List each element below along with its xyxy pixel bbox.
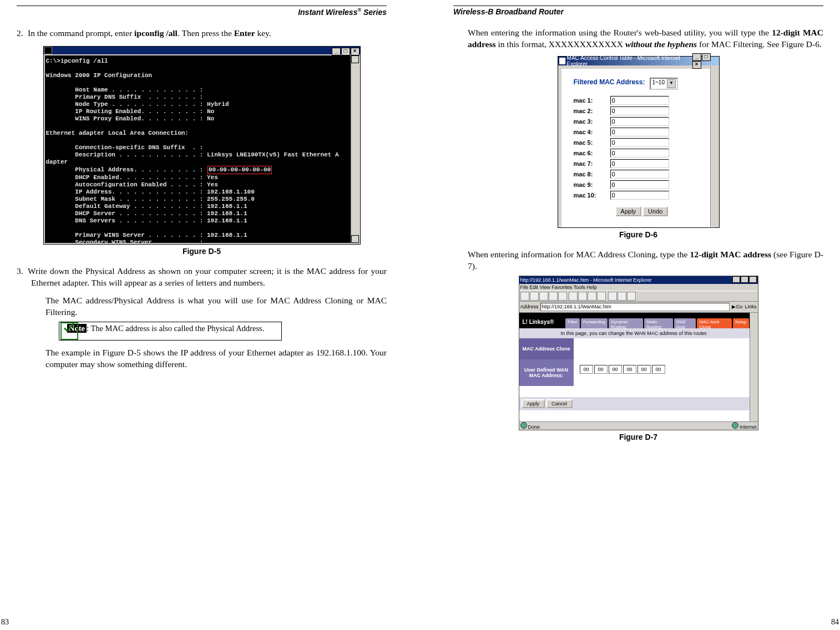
tab-dmz-host[interactable]: DMZ Host bbox=[674, 318, 696, 328]
step-2: 2.In the command prompt, enter ipconfig … bbox=[17, 28, 387, 39]
mac-label: mac 7: bbox=[574, 160, 610, 167]
note-text-wrap: Note: The MAC address is also called the… bbox=[79, 322, 281, 340]
intro-post: for MAC Filtering. See Figure D-6. bbox=[697, 39, 822, 49]
minimize-icon[interactable]: _ bbox=[332, 48, 341, 55]
mac-input-4[interactable] bbox=[610, 128, 669, 136]
mac-input-1[interactable] bbox=[610, 96, 669, 105]
cmd-icon bbox=[44, 47, 52, 54]
console-pre: C:\>ipconfig /all Windows 2000 IP Config… bbox=[46, 58, 339, 173]
clone-buttons: ApplyCancel bbox=[519, 397, 750, 410]
console-scrollbar[interactable] bbox=[351, 55, 359, 243]
mac-octet-6[interactable] bbox=[652, 365, 665, 374]
cmd-window: _□× C:\>ipconfig /all Windows 2000 IP Co… bbox=[43, 46, 361, 245]
minimize-icon[interactable]: _ bbox=[692, 53, 701, 61]
mac-input-5[interactable] bbox=[610, 138, 669, 147]
step2-text-post: key. bbox=[255, 28, 271, 38]
apply-button[interactable]: Apply bbox=[522, 399, 545, 408]
refresh-icon[interactable] bbox=[549, 292, 558, 301]
mac-scrollbar[interactable] bbox=[710, 66, 718, 227]
mac-label: mac 2: bbox=[574, 108, 610, 114]
status-internet: Internet bbox=[740, 424, 757, 430]
mac-input-7[interactable] bbox=[610, 159, 669, 168]
header-right: Wireless-B Broadband Router bbox=[453, 6, 823, 22]
cancel-button[interactable]: Cancel bbox=[546, 399, 573, 408]
note-text: : The MAC address is also called the Phy… bbox=[87, 324, 264, 333]
side-mac-clone: MAC Address Clone bbox=[519, 338, 574, 359]
clone-menubar[interactable]: File Edit View Favorites Tools Help bbox=[519, 284, 758, 291]
maximize-icon[interactable]: □ bbox=[702, 53, 711, 61]
cmd-console: C:\>ipconfig /all Windows 2000 IP Config… bbox=[45, 55, 359, 243]
favorites-icon[interactable] bbox=[578, 292, 587, 301]
filtered-label: Filtered MAC Address: bbox=[574, 78, 645, 86]
mac-octet-4[interactable] bbox=[623, 365, 636, 374]
mail-icon[interactable] bbox=[608, 292, 617, 301]
maximize-icon[interactable] bbox=[741, 276, 748, 283]
links-label[interactable]: Links bbox=[745, 304, 756, 309]
minimize-icon[interactable] bbox=[732, 276, 740, 283]
clone-scrollbar[interactable] bbox=[750, 313, 758, 421]
home-icon[interactable] bbox=[558, 292, 567, 301]
mac-input-2[interactable] bbox=[610, 106, 669, 115]
maximize-icon[interactable]: □ bbox=[341, 48, 350, 55]
globe-icon bbox=[520, 422, 527, 429]
close-icon[interactable]: × bbox=[692, 61, 701, 69]
go-button[interactable]: ▶Go bbox=[732, 304, 742, 309]
forward-icon[interactable] bbox=[530, 292, 539, 301]
mac-octet-1[interactable] bbox=[580, 365, 593, 374]
physical-address-highlight: 00-00-00-00-00-00 bbox=[208, 166, 272, 174]
step2-key: Enter bbox=[234, 28, 255, 38]
mac-input-3[interactable] bbox=[610, 117, 669, 126]
clone-addressbar: Address ▶Go Links bbox=[519, 302, 758, 313]
mac-buttons: ApplyUndo bbox=[574, 206, 710, 216]
close-icon[interactable]: × bbox=[351, 48, 360, 55]
search-icon[interactable] bbox=[569, 292, 578, 301]
clone-tabs: L! Linksys® Filter Forwarding Dynamic Ro… bbox=[519, 313, 750, 328]
para2-pre: When entering information for MAC Addres… bbox=[468, 250, 690, 259]
page-number-left: 83 bbox=[1, 618, 9, 627]
tab-forwarding[interactable]: Forwarding bbox=[581, 318, 608, 328]
close-icon[interactable] bbox=[749, 276, 757, 283]
intro-i: without the hyphens bbox=[625, 39, 697, 49]
chevron-down-icon[interactable]: ▼ bbox=[667, 79, 676, 88]
figure-d5-caption: Figure D-5 bbox=[17, 247, 387, 256]
console-post: DHCP Enabled. . . . . . . . . . . : Yes … bbox=[46, 174, 339, 243]
media-icon[interactable] bbox=[588, 292, 596, 301]
page-right: Wireless-B Broadband Router When enterin… bbox=[420, 0, 840, 630]
mac-octet-3[interactable] bbox=[609, 365, 622, 374]
right-para2: When entering information for MAC Addres… bbox=[468, 249, 823, 272]
page-spread: Instant Wireless® Series 2.In the comman… bbox=[0, 0, 840, 630]
mac-label: mac 5: bbox=[574, 139, 610, 146]
tab-dynamic-routing[interactable]: Dynamic Routing bbox=[609, 318, 643, 328]
tab-filter[interactable]: Filter bbox=[565, 318, 580, 328]
print-icon[interactable] bbox=[618, 292, 626, 301]
note-check-icon bbox=[59, 322, 79, 340]
step3-para3: The example in Figure D-5 shows the IP a… bbox=[45, 347, 387, 370]
range-select[interactable]: 1~10▼ bbox=[650, 78, 678, 90]
step2-text-pre: In the command prompt, enter bbox=[28, 28, 134, 38]
mac-input-8[interactable] bbox=[610, 170, 669, 179]
steps-list: 2.In the command prompt, enter ipconfig … bbox=[17, 28, 387, 39]
step2-text-mid: . Then press the bbox=[178, 28, 234, 38]
mac-octet-5[interactable] bbox=[637, 365, 651, 374]
mac-inner: Filtered MAC Address: 1~10▼ mac 1: mac 2… bbox=[561, 69, 716, 227]
cmd-window-buttons: _□× bbox=[331, 45, 360, 55]
tab-mac-clone[interactable]: MAC Addr. Clone bbox=[697, 318, 731, 328]
mac-octet-2[interactable] bbox=[594, 365, 608, 374]
status-done: Done bbox=[528, 424, 540, 430]
mac-label: mac 6: bbox=[574, 150, 610, 156]
apply-button[interactable]: Apply bbox=[615, 206, 642, 216]
back-icon[interactable] bbox=[520, 292, 529, 301]
mac-input-6[interactable] bbox=[610, 149, 669, 158]
address-input[interactable] bbox=[540, 303, 730, 311]
mac-input-9[interactable] bbox=[610, 180, 669, 189]
note-box: Note: The MAC address is also called the… bbox=[59, 322, 282, 341]
range-value: 1~10 bbox=[652, 79, 665, 85]
edit-icon[interactable] bbox=[627, 292, 636, 301]
stop-icon[interactable] bbox=[539, 292, 548, 301]
mac-input-10[interactable] bbox=[610, 191, 669, 200]
tab-static-routing[interactable]: Static Routing bbox=[644, 318, 673, 328]
tab-setup[interactable]: Setup bbox=[733, 318, 749, 328]
history-icon[interactable] bbox=[597, 292, 606, 301]
mac-label: mac 9: bbox=[574, 181, 610, 188]
undo-button[interactable]: Undo bbox=[642, 206, 668, 216]
